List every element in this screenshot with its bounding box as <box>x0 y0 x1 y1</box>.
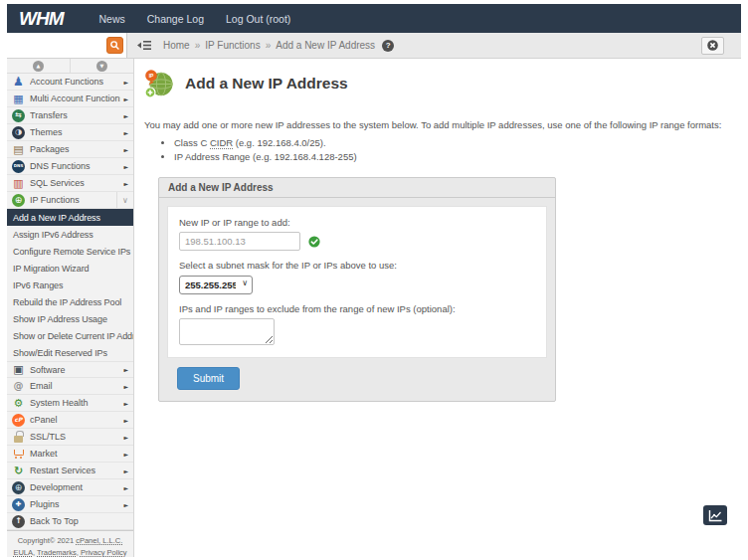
subnet-select-wrap: 255.255.255.0 <box>179 275 253 294</box>
page-title-row: IP Add a New IP Address <box>142 69 741 98</box>
form-body: New IP or IP range to add: Select a subn… <box>167 206 547 358</box>
packages-icon <box>12 143 25 156</box>
analytics-feedback-button[interactable] <box>703 505 727 525</box>
sidebar-item-market[interactable]: Market <box>7 446 133 463</box>
sidebar: Account Functions Multi Account Function… <box>7 59 134 557</box>
sidebar-item-ssl-tls[interactable]: SSL/TLS <box>7 429 133 446</box>
sidebar-item-multi-account-functions[interactable]: Multi Account Functions <box>7 91 133 107</box>
chevron-up-icon <box>33 61 44 72</box>
search-button[interactable] <box>106 37 123 54</box>
sidebar-item-dns-functions[interactable]: DNS Functions <box>7 158 133 175</box>
software-icon <box>12 363 25 376</box>
search-input[interactable] <box>12 40 106 51</box>
sidebar-scroll-buttons <box>7 59 133 74</box>
sidebar-subitem-show-or-delete-current-ip-addresses[interactable]: Show or Delete Current IP Addresses <box>7 327 133 344</box>
search-box <box>7 33 127 58</box>
sidebar-subitem-add-new-ip-address[interactable]: Add a New IP Address <box>7 209 133 226</box>
sidebar-item-plugins[interactable]: Plugins <box>7 496 133 513</box>
sidebar-subitem-show-ip-address-usage[interactable]: Show IP Address Usage <box>7 310 133 327</box>
ip-format-list: Class C CIDR (e.g. 192.168.4.0/25). IP A… <box>142 137 741 162</box>
sidebar-subitem-show-edit-reserved-ips[interactable]: Show/Edit Reserved IPs <box>7 344 133 361</box>
ip-functions-icon <box>12 194 25 207</box>
lock-icon <box>12 431 25 444</box>
breadcrumb: Home » IP Functions » Add a New IP Addre… <box>163 40 375 51</box>
eula-link[interactable]: EULA <box>13 548 33 557</box>
valid-checkmark-icon <box>308 236 320 248</box>
system-health-gear-icon <box>12 397 25 410</box>
ip-field-label: New IP or IP range to add: <box>179 217 535 228</box>
shopping-cart-icon <box>12 448 25 461</box>
sidebar-scroll-down-button[interactable] <box>71 59 133 73</box>
sidebar-subitem-ipv6-ranges[interactable]: IPv6 Ranges <box>7 277 133 293</box>
trademarks-link[interactable]: Trademarks <box>37 548 77 557</box>
exclude-field-label: IPs and IP ranges to exclude from the ra… <box>179 303 535 314</box>
chevron-down-icon <box>96 61 107 72</box>
sidebar-item-cpanel[interactable]: cPanel <box>7 412 133 429</box>
toolbar: Home » IP Functions » Add a New IP Addre… <box>7 33 741 59</box>
close-page-button[interactable] <box>701 37 724 55</box>
legal-links-line: EULA, Trademarks, Privacy Policy <box>9 547 131 559</box>
sidebar-item-account-functions[interactable]: Account Functions <box>7 74 133 91</box>
sidebar-item-software[interactable]: Software <box>7 361 133 378</box>
nav-log-out[interactable]: Log Out (root) <box>226 13 290 25</box>
panel-title: Add a New IP Address <box>159 178 555 198</box>
list-item-ip-address-range: IP Address Range (e.g. 192.168.4.128-255… <box>174 151 741 162</box>
svg-text:IP: IP <box>149 73 154 79</box>
sidebar-subitem-ip-migration-wizard[interactable]: IP Migration Wizard <box>7 260 133 277</box>
transfers-icon <box>12 109 25 122</box>
sidebar-subitem-assign-ipv6-address[interactable]: Assign IPv6 Address <box>7 226 133 243</box>
page-title: Add a New IP Address <box>185 75 348 93</box>
search-icon <box>109 40 120 51</box>
sidebar-item-transfers[interactable]: Transfers <box>7 107 133 124</box>
themes-icon <box>12 126 25 139</box>
add-ip-address-icon: IP <box>142 69 175 98</box>
exclude-ips-textarea[interactable] <box>179 318 275 345</box>
sidebar-item-development[interactable]: Development <box>7 479 133 496</box>
help-icon[interactable]: ? <box>382 40 394 52</box>
close-circle-icon <box>706 39 719 52</box>
sidebar-item-ip-functions[interactable]: IP Functions <box>7 192 133 209</box>
whm-logo: WHM <box>19 8 63 30</box>
sidebar-subitem-rebuild-ip-address-pool[interactable]: Rebuild the IP Address Pool <box>7 293 133 310</box>
sidebar-subitem-configure-remote-service-ips[interactable]: Configure Remote Service IPs <box>7 243 133 260</box>
sql-services-icon <box>12 177 25 190</box>
submit-button[interactable]: Submit <box>177 367 240 390</box>
breadcrumb-ip-functions[interactable]: IP Functions <box>205 40 260 51</box>
email-icon <box>12 380 25 393</box>
intro-text: You may add one or more new IP addresses… <box>144 119 741 130</box>
nav-news[interactable]: News <box>98 13 124 25</box>
cidr-term[interactable]: CIDR <box>210 137 233 149</box>
line-chart-icon <box>708 509 723 522</box>
collapse-sidebar-icon[interactable] <box>137 40 151 51</box>
account-functions-icon <box>12 76 25 89</box>
sidebar-item-email[interactable]: Email <box>7 378 133 395</box>
new-ip-input[interactable] <box>179 232 300 251</box>
whm-page: WHM News Change Log Log Out (root) Home … <box>7 4 741 557</box>
breadcrumb-separator: » <box>195 40 201 51</box>
multi-account-functions-icon <box>12 93 25 105</box>
copyright-line: Copyright© 2021 cPanel, L.L.C. <box>9 535 131 547</box>
add-ip-panel: Add a New IP Address New IP or IP range … <box>158 177 556 402</box>
plugins-icon <box>12 498 25 511</box>
subnet-mask-select[interactable]: 255.255.255.0 <box>179 276 253 294</box>
nav-change-log[interactable]: Change Log <box>147 13 204 25</box>
sidebar-footer: Copyright© 2021 cPanel, L.L.C. EULA, Tra… <box>7 530 133 560</box>
sidebar-scroll-up-button[interactable] <box>7 59 71 73</box>
subnet-field-label: Select a subnet mask for the IP or IPs a… <box>179 260 535 271</box>
restart-icon <box>12 465 25 477</box>
back-to-top-arrow-icon <box>12 515 25 528</box>
sidebar-item-sql-services[interactable]: SQL Services <box>7 175 133 192</box>
development-globe-icon <box>12 481 25 494</box>
sidebar-item-restart-services[interactable]: Restart Services <box>7 463 133 479</box>
cpanel-llc-link[interactable]: cPanel, L.L.C. <box>76 536 122 545</box>
sidebar-item-themes[interactable]: Themes <box>7 124 133 141</box>
dns-functions-icon <box>12 160 25 173</box>
breadcrumb-home[interactable]: Home <box>163 40 190 51</box>
sidebar-item-packages[interactable]: Packages <box>7 141 133 158</box>
cpanel-logo-icon <box>12 414 25 427</box>
privacy-policy-link[interactable]: Privacy Policy <box>81 548 127 557</box>
sidebar-item-back-to-top[interactable]: Back To Top <box>7 513 133 530</box>
top-header: WHM News Change Log Log Out (root) <box>7 4 741 33</box>
sidebar-item-system-health[interactable]: System Health <box>7 395 133 412</box>
breadcrumb-current: Add a New IP Address <box>276 40 375 51</box>
